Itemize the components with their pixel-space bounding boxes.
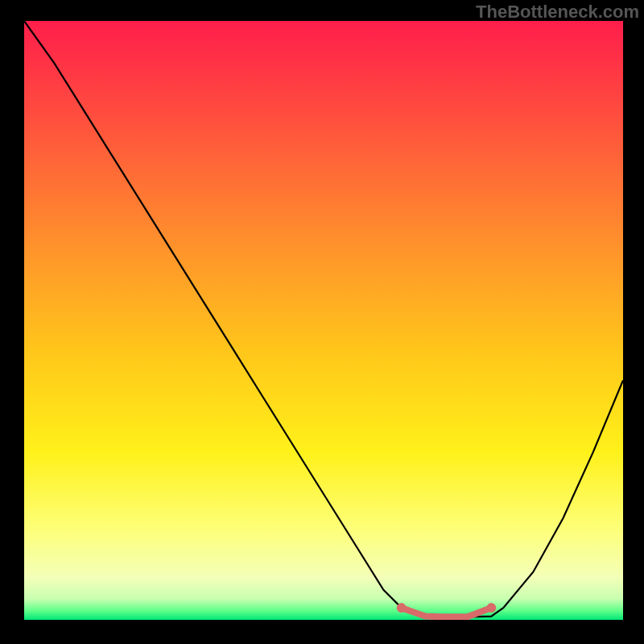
chart-container: TheBottleneck.com <box>0 0 644 644</box>
watermark-text: TheBottleneck.com <box>476 2 639 23</box>
chart-svg <box>24 21 623 620</box>
optimal-zone-endpoint <box>397 603 407 613</box>
optimal-zone-endpoint <box>486 603 496 613</box>
chart-background <box>24 21 623 620</box>
plot-area <box>24 21 623 620</box>
